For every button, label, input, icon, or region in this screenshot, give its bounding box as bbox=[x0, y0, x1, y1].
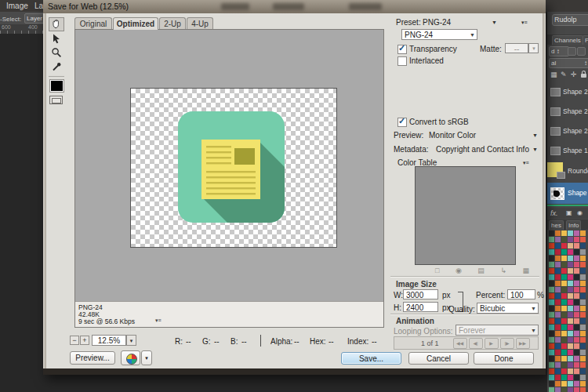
color-swatch[interactable] bbox=[580, 306, 586, 311]
document-canvas[interactable] bbox=[130, 88, 337, 248]
layer-filter-dropdown[interactable]: d ↕ bbox=[549, 46, 569, 56]
save-button[interactable]: Save... bbox=[341, 352, 401, 365]
color-swatch[interactable] bbox=[549, 293, 554, 299]
color-swatch[interactable] bbox=[568, 368, 573, 374]
color-swatch[interactable] bbox=[568, 299, 573, 305]
color-swatch[interactable] bbox=[555, 362, 561, 368]
blend-mode-dropdown[interactable]: al↕ bbox=[549, 58, 588, 68]
color-swatch[interactable] bbox=[555, 337, 561, 343]
lock-all-icon[interactable] bbox=[581, 74, 586, 78]
color-swatch[interactable] bbox=[568, 274, 573, 280]
color-swatch[interactable] bbox=[574, 249, 579, 255]
color-swatch[interactable] bbox=[549, 237, 554, 242]
color-swatch[interactable] bbox=[574, 268, 579, 274]
color-swatch[interactable] bbox=[574, 281, 579, 286]
color-swatch[interactable] bbox=[555, 325, 561, 330]
adjustment-layer-icon[interactable]: ◉ bbox=[577, 209, 583, 216]
tab-4up[interactable]: 4-Up bbox=[187, 17, 213, 29]
color-swatch[interactable] bbox=[580, 262, 586, 267]
color-swatch[interactable] bbox=[549, 230, 554, 236]
color-swatch[interactable] bbox=[549, 375, 554, 380]
color-swatch[interactable] bbox=[580, 343, 586, 349]
color-swatch[interactable] bbox=[574, 256, 579, 261]
color-swatch[interactable] bbox=[555, 256, 561, 261]
color-swatch[interactable] bbox=[574, 350, 579, 355]
color-swatch[interactable] bbox=[580, 368, 586, 374]
color-swatch[interactable] bbox=[580, 243, 586, 249]
width-input[interactable]: 3000 bbox=[403, 289, 438, 299]
color-swatch[interactable] bbox=[580, 387, 586, 392]
play-button[interactable]: ▶ bbox=[485, 338, 499, 349]
color-swatch[interactable] bbox=[568, 256, 573, 261]
color-swatch[interactable] bbox=[580, 274, 586, 280]
color-swatch[interactable] bbox=[549, 387, 554, 392]
color-swatch[interactable] bbox=[574, 243, 579, 249]
color-swatch[interactable] bbox=[568, 375, 573, 380]
color-swatch[interactable] bbox=[568, 331, 573, 336]
color-swatch[interactable] bbox=[555, 281, 561, 286]
tab-channels[interactable]: Channels bbox=[552, 35, 583, 45]
color-swatch[interactable] bbox=[568, 318, 573, 324]
color-swatch[interactable] bbox=[549, 256, 554, 261]
layer-row[interactable]: Shape 1 bbox=[547, 141, 588, 160]
color-swatch[interactable] bbox=[561, 375, 567, 380]
color-swatch[interactable] bbox=[580, 299, 586, 305]
menu-image[interactable]: Image bbox=[6, 2, 28, 10]
color-swatch[interactable] bbox=[549, 381, 554, 387]
cancel-button[interactable]: Cancel bbox=[408, 352, 469, 365]
color-swatch[interactable] bbox=[580, 281, 586, 286]
lock-transparency-icon[interactable]: ▦ bbox=[550, 71, 557, 78]
color-swatch[interactable] bbox=[580, 293, 586, 299]
color-swatch[interactable] bbox=[555, 299, 561, 305]
color-swatch[interactable] bbox=[580, 350, 586, 355]
color-swatch[interactable] bbox=[580, 312, 586, 318]
tab-info[interactable]: Info bbox=[566, 220, 581, 230]
color-swatch[interactable] bbox=[549, 325, 554, 330]
format-select[interactable]: PNG-24▼ bbox=[401, 29, 477, 40]
color-swatch[interactable] bbox=[574, 325, 579, 330]
color-swatch[interactable] bbox=[568, 281, 573, 286]
color-swatch[interactable] bbox=[555, 243, 561, 249]
new-color-icon[interactable]: ↳ bbox=[500, 267, 506, 274]
color-swatch[interactable] bbox=[561, 387, 567, 392]
color-swatch[interactable] bbox=[574, 287, 579, 292]
color-swatch[interactable] bbox=[555, 237, 561, 242]
looping-options-select[interactable]: Forever▼ bbox=[456, 325, 539, 336]
color-swatch[interactable] bbox=[555, 331, 561, 336]
color-swatch[interactable] bbox=[580, 256, 586, 261]
color-table-menu-icon[interactable]: ▾≡ bbox=[523, 160, 529, 166]
color-swatch[interactable] bbox=[580, 249, 586, 255]
preview-mode-value[interactable]: Monitor Color bbox=[429, 131, 476, 140]
color-swatch[interactable] bbox=[580, 318, 586, 324]
color-swatch[interactable] bbox=[568, 249, 573, 255]
color-swatch[interactable] bbox=[561, 237, 567, 242]
color-swatch[interactable] bbox=[549, 274, 554, 280]
color-swatch[interactable] bbox=[574, 318, 579, 324]
color-swatch[interactable] bbox=[580, 230, 586, 236]
layer-mask-icon[interactable]: ▣ bbox=[566, 209, 572, 216]
color-swatch[interactable] bbox=[568, 337, 573, 343]
tab-2up[interactable]: 2-Up bbox=[159, 17, 186, 29]
layer-row-selected[interactable]: Shape 4 bbox=[547, 183, 588, 204]
tab-original[interactable]: Original bbox=[74, 17, 112, 29]
color-swatch[interactable] bbox=[568, 243, 573, 249]
color-swatch[interactable] bbox=[555, 262, 561, 267]
color-swatch[interactable] bbox=[580, 375, 586, 380]
color-swatch[interactable] bbox=[568, 356, 573, 361]
color-swatch[interactable] bbox=[568, 343, 573, 349]
lock-paint-icon[interactable]: ✎ bbox=[561, 71, 567, 78]
color-swatch[interactable] bbox=[580, 381, 586, 387]
delete-color-icon[interactable]: ▦ bbox=[522, 267, 529, 274]
done-button[interactable]: Done bbox=[474, 352, 534, 365]
color-swatch[interactable] bbox=[574, 387, 579, 392]
previous-frame-button[interactable]: ◀| bbox=[469, 338, 483, 349]
eyedropper-tool-button[interactable] bbox=[49, 61, 64, 75]
color-swatch[interactable] bbox=[561, 274, 567, 280]
color-swatch[interactable] bbox=[549, 249, 554, 255]
tab-optimized[interactable]: Optimized bbox=[113, 17, 158, 30]
layer-row[interactable]: Rounded bbox=[547, 161, 588, 182]
transparency-checkbox[interactable] bbox=[397, 45, 407, 54]
color-swatch[interactable] bbox=[555, 274, 561, 280]
matte-select-arrow[interactable]: ▼ bbox=[528, 43, 539, 53]
color-swatch[interactable] bbox=[568, 237, 573, 242]
